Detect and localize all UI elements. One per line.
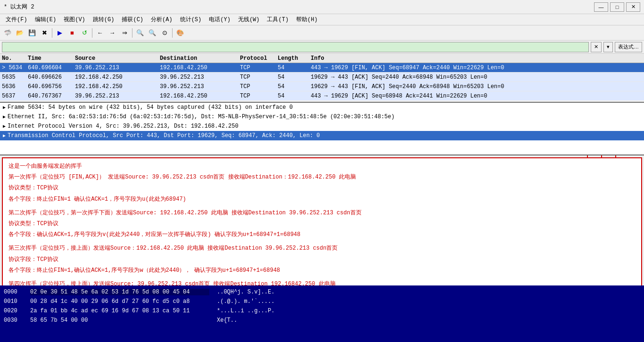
menu-item-h[interactable]: 帮助(H) (292, 15, 322, 24)
menu-item-a[interactable]: 分析(A) (147, 15, 176, 24)
title-bar: * 以太网 2 — □ ✕ (0, 0, 644, 14)
window-controls: — □ ✕ (594, 2, 640, 12)
colorize-button[interactable]: 🎨 (174, 27, 186, 39)
separator-2 (92, 28, 92, 38)
col-header-info: Info (309, 55, 644, 62)
packet-list: No. Time Source Destination Protocol Len… (0, 54, 644, 103)
annotation-line: 第三次挥手（定位技巧，接上面）发送端Source：192.168.42.250 … (8, 244, 636, 253)
toolbar: 🦈 📂 💾 ✖ ▶ ■ ↺ ← → ⇒ 🔍 🔍 ⊙ 🎨 (0, 25, 644, 41)
packet-time: 640.767367 (26, 93, 73, 99)
detail-label: Internet Protocol Version 4, Src: 39.96.… (8, 123, 239, 130)
hex-ascii: Xe{T.. (217, 317, 237, 324)
menu-item-f[interactable]: 文件(F) (2, 15, 31, 24)
menu-item-c[interactable]: 捕获(C) (118, 15, 147, 24)
packet-info: 443 → 19629 [ACK] Seq=68948 Ack=2441 Win… (309, 93, 644, 99)
expand-icon: ▶ (3, 114, 6, 120)
packet-no: > 5634 (0, 65, 26, 71)
detail-row[interactable]: ▶Internet Protocol Version 4, Src: 39.96… (0, 122, 644, 131)
packet-no: 5636 (0, 83, 26, 90)
hex-offset: 0020 (4, 308, 23, 314)
col-header-time: Time (26, 55, 73, 62)
menu-item-e[interactable]: 编辑(E) (31, 15, 60, 24)
packet-time: 640.696604 (26, 65, 73, 71)
annotation-line: 协议字段：TCP协议 (8, 255, 636, 264)
col-header-proto: Protocol (238, 55, 276, 62)
separator-3 (132, 28, 132, 38)
hex-row: 0020 2a fa 01 bb 4c ad ec 69 16 9d 67 08… (4, 306, 640, 316)
menu-bar: 文件(F)编辑(E)视图(V)跳转(G)捕获(C)分析(A)统计(S)电话(Y)… (0, 14, 644, 25)
packet-proto: TCP (238, 74, 276, 81)
zoom-out-button[interactable]: 🔍 (147, 27, 158, 39)
packet-dst: 192.168.42.250 (158, 93, 238, 99)
zoom-in-button[interactable]: 🔍 (134, 27, 146, 39)
detail-row[interactable]: ▶Transmission Control Protocol, Src Port… (0, 131, 644, 140)
packet-row[interactable]: 5637 640.767367 39.96.252.213 192.168.42… (0, 91, 644, 101)
zoom-reset-button[interactable]: ⊙ (159, 27, 170, 39)
detail-label: Transmission Control Protocol, Src Port:… (8, 132, 320, 139)
hex-offset: 0010 (4, 298, 23, 305)
back-button[interactable]: ← (94, 27, 106, 39)
annotation-line: 这是一个由服务端发起的挥手 (8, 162, 636, 171)
save-button[interactable]: 💾 (26, 27, 38, 39)
packet-len: 54 (276, 74, 309, 81)
packet-dst: 39.96.252.213 (158, 74, 238, 81)
packet-len: 54 (276, 93, 309, 99)
maximize-button[interactable]: □ (610, 2, 624, 12)
menu-item-t[interactable]: 工具(T) (263, 15, 292, 24)
menu-item-g[interactable]: 跳转(G) (89, 15, 118, 24)
packet-src: 192.168.42.250 (73, 83, 158, 90)
separator-4 (172, 28, 173, 38)
detail-row[interactable]: ▶Frame 5634: 54 bytes on wire (432 bits)… (0, 103, 644, 112)
annotation-line: 协议类型：TCP协议 (8, 184, 636, 193)
menu-item-s[interactable]: 统计(S) (176, 15, 206, 24)
close-button[interactable]: ✕ (626, 2, 640, 12)
stop-capture-button[interactable]: ■ (66, 27, 78, 39)
packet-info: 443 → 19629 [FIN, ACK] Seq=68947 Ack=244… (309, 65, 644, 71)
expand-icon: ▶ (3, 133, 6, 138)
app-title: * 以太网 2 (4, 3, 34, 11)
open-button[interactable]: 📂 (14, 27, 25, 39)
packet-rows-container: > 5634 640.696604 39.96.252.213 192.168.… (0, 63, 644, 101)
col-header-no: No. (0, 55, 26, 62)
annotation-section: 第三次挥手（定位技巧，接上面）发送端Source：192.168.42.250 … (8, 244, 636, 275)
packet-info: 19629 → 443 [FIN, ACK] Seq=2440 Ack=6894… (309, 83, 644, 90)
filter-input[interactable]: ip.addr == 39.96.252.213 (2, 42, 589, 52)
annotation-container: 这是一个由服务端发起的挥手第一次挥手（定位技巧 [FIN,ACK]） 发送端So… (0, 155, 644, 285)
start-capture-button[interactable]: ▶ (54, 27, 66, 39)
packet-row[interactable]: 5636 640.696756 192.168.42.250 39.96.252… (0, 82, 644, 91)
hex-row: 0000 02 0e 30 51 48 5e 6a 02 53 1d 76 5d… (4, 287, 640, 297)
col-header-dst: Destination (158, 55, 238, 62)
menu-item-w[interactable]: 无线(W) (234, 15, 264, 24)
col-header-src: Source (73, 55, 158, 62)
forward-button[interactable]: → (107, 27, 118, 39)
filter-expr-button[interactable]: 表达式… (615, 42, 642, 52)
hex-dump: 0000 02 0e 30 51 48 5e 6a 02 53 1d 76 5d… (0, 285, 644, 342)
hex-ascii: ..0QH^j. S.v]..E. (217, 289, 274, 295)
packet-proto: TCP (238, 65, 276, 71)
annotation-line: 各个字段：确认位ACK=1,序号字段为v(此处为2440，对应第一次挥手确认字段… (8, 230, 636, 239)
annotation-line: 协议类型：TCP协议 (8, 220, 636, 228)
separator-1 (52, 28, 52, 38)
detail-row[interactable]: ▶Ethernet II, Src: 6a:02:53:1d:76:5d (6a… (0, 112, 644, 122)
expand-icon: ▶ (3, 105, 6, 110)
packet-src: 39.96.252.213 (73, 93, 158, 99)
annotation-line: 各个字段：终止位FIN=1 确认位ACK=1，序号字段为u(此处为68947) (8, 195, 636, 204)
filter-dropdown-button[interactable]: ▾ (603, 42, 613, 52)
close-file-button[interactable]: ✖ (39, 27, 50, 39)
packet-time: 640.696626 (26, 74, 73, 81)
packet-time: 640.696756 (26, 83, 73, 90)
packet-row[interactable]: > 5634 640.696604 39.96.252.213 192.168.… (0, 63, 644, 73)
new-capture-button[interactable]: 🦈 (2, 27, 13, 39)
menu-item-v[interactable]: 视图(V) (60, 15, 89, 24)
detail-label: Frame 5634: 54 bytes on wire (432 bits),… (8, 104, 293, 111)
restart-button[interactable]: ↺ (79, 27, 90, 39)
packet-proto: TCP (238, 83, 276, 90)
menu-item-y[interactable]: 电话(Y) (205, 15, 234, 24)
filter-clear-button[interactable]: ✕ (591, 42, 602, 52)
goto-button[interactable]: ⇒ (119, 27, 130, 39)
packet-row[interactable]: 5635 640.696626 192.168.42.250 39.96.252… (0, 73, 644, 82)
col-header-len: Length (276, 55, 309, 62)
hex-ascii: *...L..i ..g...P. (217, 308, 274, 314)
minimize-button[interactable]: — (594, 2, 608, 12)
packet-info: 19629 → 443 [ACK] Seq=2440 Ack=68948 Win… (309, 74, 644, 81)
